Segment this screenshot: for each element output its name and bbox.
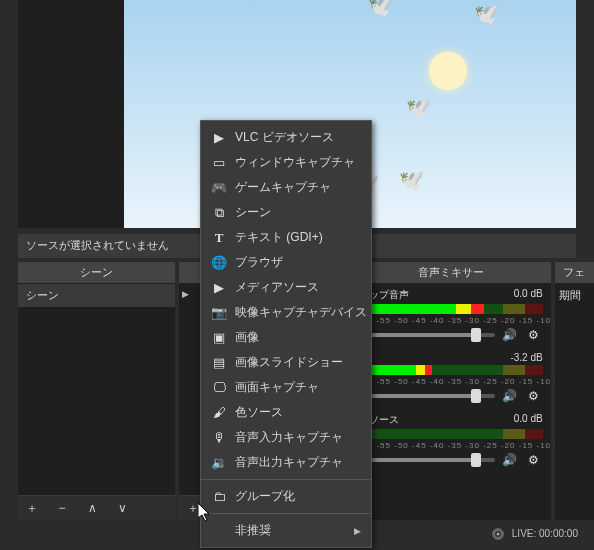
audio-mixer-dock: 音声ミキサー トップ音声0.0 dB -60 -55 -50 -45 -40 -… [351,262,551,520]
monitor-icon: 🖵 [211,380,227,396]
menu-item[interactable]: 🖌色ソース [201,400,371,425]
menu-label: テキスト (GDI+) [235,229,323,246]
folder-icon: 🗀 [211,489,227,505]
image-icon: ▣ [211,330,227,346]
menu-item[interactable]: ▣画像 [201,325,371,350]
micin-icon: 🎙 [211,430,227,446]
menu-label: 色ソース [235,404,283,421]
menu-item[interactable]: 🎙音声入力キャプチャ [201,425,371,450]
volume-slider[interactable] [359,394,495,398]
scenes-dock: シーン シーン ＋ − ∧ ∨ [18,262,175,520]
remove-scene-button[interactable]: − [54,500,70,516]
bird-graphic: 🕊️ [474,2,499,26]
window-icon: ▭ [211,155,227,171]
menu-item[interactable]: 🔉音声出力キャプチャ [201,450,371,475]
level-meter [359,429,543,439]
channel-db: -3.2 dB [510,352,542,363]
menu-label: 画像スライドショー [235,354,343,371]
menu-item[interactable]: 🎮ゲームキャプチャ [201,175,371,200]
menu-item[interactable]: ▶VLC ビデオソース [201,125,371,150]
live-label: LIVE: [512,528,536,539]
audio-mixer-title: 音声ミキサー [351,262,551,284]
gamepad-icon: 🎮 [211,180,227,196]
play-icon: ▶ [182,289,189,299]
menu-item[interactable]: ▶メディアソース [201,275,371,300]
add-scene-button[interactable]: ＋ [24,500,40,516]
channel-db: 0.0 dB [514,288,543,302]
add-source-context-menu[interactable]: ▶VLC ビデオソース▭ウィンドウキャプチャ🎮ゲームキャプチャ⧉シーンTテキスト… [200,120,372,548]
scene-up-button[interactable]: ∧ [84,500,100,516]
menu-label: メディアソース [235,279,319,296]
scene-icon: ⧉ [211,205,227,221]
menu-label: ウィンドウキャプチャ [235,154,355,171]
level-meter [359,304,543,314]
scene-down-button[interactable]: ∨ [114,500,130,516]
scenes-dock-title: シーン [18,262,175,284]
mute-button[interactable]: 🔊 [501,389,519,403]
menu-item[interactable]: 🌐ブラウザ [201,250,371,275]
submenu-arrow-icon: ▶ [354,526,361,536]
volume-slider[interactable] [359,458,495,462]
level-meter [359,365,543,375]
brush-icon: 🖌 [211,405,227,421]
menu-separator [201,513,371,514]
bird-graphic: 🕊️ [406,96,431,120]
camera-icon: 📷 [211,305,227,321]
menu-label: 映像キャプチャデバイス [235,304,367,321]
bird-graphic: 🕊️ [368,0,393,18]
sun-graphic [429,52,467,90]
menu-item[interactable]: Tテキスト (GDI+) [201,225,371,250]
broadcast-icon [492,528,502,538]
menu-label: 画面キャプチャ [235,379,319,396]
meter-ticks: -60 -55 -50 -45 -40 -35 -30 -25 -20 -15 … [359,316,543,325]
menu-item[interactable]: ▤画像スライドショー [201,350,371,375]
mixer-channel: トップ音声0.0 dB -60 -55 -50 -45 -40 -35 -30 … [351,284,551,348]
transitions-title: フェ [555,262,594,284]
svg-point-0 [496,533,499,536]
menu-item-group[interactable]: 🗀グループ化 [201,484,371,509]
meter-ticks: -60 -55 -50 -45 -40 -35 -30 -25 -20 -15 … [359,377,543,386]
transitions-dock: フェ 期間 [555,262,594,520]
menu-label: 音声出力キャプチャ [235,454,343,471]
audio-mixer-body: トップ音声0.0 dB -60 -55 -50 -45 -40 -35 -30 … [351,284,551,520]
globe-icon: 🌐 [211,255,227,271]
menu-item-deprecated[interactable]: 非推奨▶ [201,518,371,543]
mixer-channel: アソース0.0 dB -60 -55 -50 -45 -40 -35 -30 -… [351,409,551,473]
menu-label: グループ化 [235,488,295,505]
micout-icon: 🔉 [211,455,227,471]
meter-ticks: -60 -55 -50 -45 -40 -35 -30 -25 -20 -15 … [359,441,543,450]
live-time: 00:00:00 [539,528,578,539]
channel-settings-button[interactable]: ⚙ [525,389,543,403]
bird-graphic: 🕊️ [399,168,424,192]
channel-settings-button[interactable]: ⚙ [525,328,543,342]
play-icon: ▶ [211,280,227,296]
menu-item[interactable]: 🖵画面キャプチャ [201,375,371,400]
menu-label: シーン [235,204,271,221]
volume-slider[interactable] [359,333,495,337]
play-icon: ▶ [211,130,227,146]
menu-label: VLC ビデオソース [235,129,334,146]
scene-item[interactable]: シーン [18,284,175,307]
menu-separator [201,479,371,480]
mute-button[interactable]: 🔊 [501,453,519,467]
menu-label: 画像 [235,329,259,346]
mute-button[interactable]: 🔊 [501,328,519,342]
channel-db: 0.0 dB [514,413,543,427]
menu-item[interactable]: ▭ウィンドウキャプチャ [201,150,371,175]
menu-item[interactable]: 📷映像キャプチャデバイス [201,300,371,325]
menu-label: 非推奨 [235,522,271,539]
menu-label: ゲームキャプチャ [235,179,331,196]
menu-label: 音声入力キャプチャ [235,429,343,446]
menu-label: ブラウザ [235,254,283,271]
scenes-list[interactable]: シーン [18,284,175,495]
slides-icon: ▤ [211,355,227,371]
add-source-button[interactable]: ＋ [185,500,201,516]
channel-settings-button[interactable]: ⚙ [525,453,543,467]
duration-label: 期間 [559,289,581,301]
mixer-channel: -3.2 dB -60 -55 -50 -45 -40 -35 -30 -25 … [351,348,551,409]
menu-item[interactable]: ⧉シーン [201,200,371,225]
text-icon: T [211,230,227,246]
